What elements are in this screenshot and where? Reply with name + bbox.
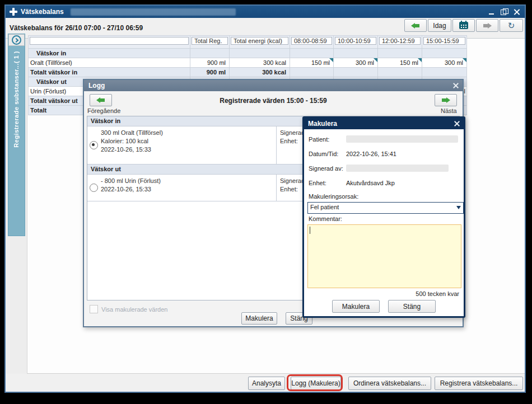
table-row-oralt[interactable]: Oralt (Tillförsel) 900 ml 300 kcal 150 m…	[28, 58, 467, 68]
unit-value: Akutvårdsavd Jkp	[346, 180, 395, 186]
next-hour-button[interactable]	[435, 94, 457, 106]
reason-label: Makuleringsorsak:	[309, 193, 358, 200]
screen: Vätskebalans Vätskebalans för 26/10 07:0…	[0, 0, 532, 404]
makulera-confirm-button[interactable]: Makulera	[332, 300, 380, 313]
patient-info-redacted	[71, 8, 236, 16]
header-time-1: 08:00-08:59	[291, 37, 332, 45]
text-caret	[310, 227, 310, 234]
table-header-row: Total Reg. Total energi (kcal) 08:00-08:…	[28, 35, 467, 49]
sidebar-tab-label: Registrerade substanser...( 1 )	[13, 51, 20, 148]
sidebar-tab-registrerade-substanser[interactable]: Registrerade substanser...( 1 )	[8, 34, 25, 236]
header-time-3: 12:00-12:59	[379, 37, 421, 45]
makulera-dialog-titlebar: Makulera	[304, 118, 464, 129]
today-button[interactable]: Idag	[428, 19, 451, 32]
table-row-total-in: Totalt vätskor in 900 ml 300 kcal	[28, 68, 467, 77]
checkbox-label: Visa makulerade värden	[101, 306, 167, 313]
makulera-stang-button[interactable]: Stäng	[388, 300, 436, 313]
logg-close-icon[interactable]	[452, 82, 459, 89]
registrera-button[interactable]: Registrera vätskebalans...	[435, 377, 523, 390]
refresh-button[interactable]: ↻	[500, 19, 523, 32]
calendar-icon	[459, 22, 468, 29]
patient-label: Patient:	[309, 136, 346, 143]
radio-unselected-icon[interactable]	[90, 184, 98, 192]
datetime-label: Datum/Tid:	[309, 151, 346, 157]
header-total-energi: Total energi (kcal)	[231, 37, 288, 45]
checkbox-icon[interactable]	[90, 305, 98, 313]
next-label: Nästa	[441, 107, 457, 114]
analysyta-button[interactable]: Analysyta	[248, 377, 285, 390]
next-day-button[interactable]	[476, 19, 498, 32]
signedby-label: Signerad av:	[309, 165, 346, 172]
makulera-close-icon[interactable]	[454, 120, 460, 127]
signedby-value-redacted	[346, 165, 449, 172]
window-titlebar: Vätskebalans	[6, 6, 525, 18]
patient-value-redacted	[346, 135, 458, 143]
makulera-dialog-title: Makulera	[308, 120, 337, 128]
page-title: Vätskebalans för 26/10 07:00 - 27/10 06:…	[10, 24, 143, 32]
minimize-icon[interactable]	[488, 8, 496, 16]
show-cancelled-checkbox-row: Visa makulerade värden	[90, 305, 167, 313]
reason-selected-value: Fel patient	[310, 204, 339, 210]
makulera-dialog: Makulera Patient: Datum/Tid:2022-10-26, …	[302, 116, 465, 318]
ordinera-button[interactable]: Ordinera vätskebalans...	[348, 377, 431, 390]
header-time-4: 15:00-15:59	[423, 37, 465, 45]
chevron-down-icon	[456, 206, 461, 209]
previous-day-button[interactable]	[404, 19, 427, 32]
chars-left-label: 500 tecken kvar	[416, 290, 459, 297]
window-title: Vätskebalans	[21, 8, 64, 16]
makulera-body: Patient: Datum/Tid:2022-10-26, 15:41 Sig…	[304, 129, 464, 316]
chevron-right-circle-icon	[12, 35, 21, 45]
previous-label: Föregående	[87, 107, 120, 114]
refresh-icon: ↻	[508, 21, 515, 30]
header-empty	[30, 37, 189, 45]
comment-textarea[interactable]	[307, 224, 461, 288]
main-window: Vätskebalans Vätskebalans för 26/10 07:0…	[4, 4, 526, 393]
radio-selected-icon[interactable]	[90, 141, 98, 149]
header-time-2: 10:00-10:59	[335, 37, 376, 45]
header-total-reg: Total Reg.	[192, 37, 228, 45]
restore-icon[interactable]	[501, 8, 508, 16]
logg-makulera-footer-button[interactable]: Logg (Makulera)	[291, 377, 341, 390]
comment-label: Kommentar:	[309, 215, 342, 222]
close-icon[interactable]	[513, 8, 520, 16]
logg-dialog-titlebar: Logg	[84, 80, 463, 91]
datetime-value: 2022-10-26, 15:41	[346, 151, 396, 157]
logg-makulera-button[interactable]: Makulera	[241, 312, 277, 325]
reason-select[interactable]: Fel patient	[307, 202, 464, 214]
calendar-button[interactable]	[452, 19, 475, 32]
unit-label: Enhet:	[309, 180, 346, 186]
table-row-section-in: Vätskor in	[28, 49, 467, 58]
arrow-right-icon	[483, 23, 492, 29]
app-cross-icon	[10, 8, 17, 16]
arrow-right-icon	[441, 97, 450, 103]
sidebar-expand-button[interactable]	[8, 34, 25, 46]
arrow-left-icon	[411, 23, 420, 29]
logg-heading: Registrerade värden 15:00 - 15:59	[84, 97, 463, 105]
logg-dialog-title: Logg	[88, 82, 105, 90]
